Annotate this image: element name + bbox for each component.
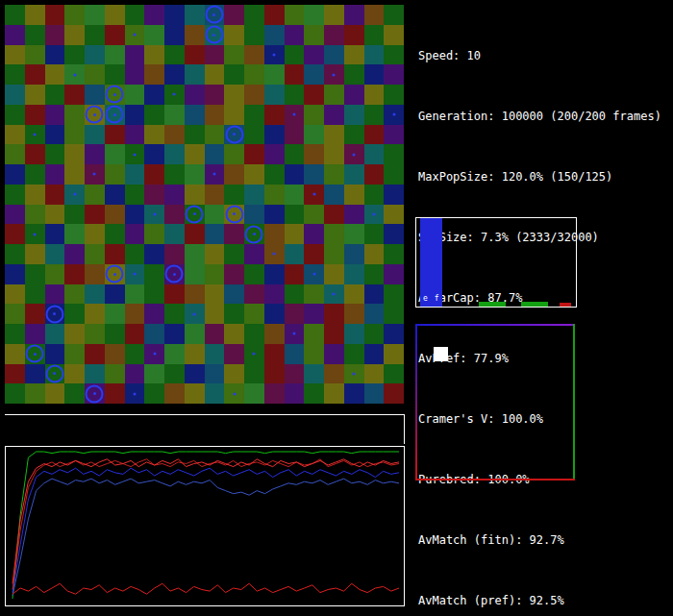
- grid-cell: [285, 324, 305, 344]
- organism-dot: [73, 73, 76, 76]
- organism-dot: [312, 273, 315, 276]
- grid-cell: [185, 164, 205, 185]
- grid-cell: [205, 364, 225, 384]
- grid-cell: [125, 383, 145, 404]
- grid-cell: [224, 383, 244, 404]
- grid-cell: [185, 244, 205, 264]
- grid-cell: [144, 205, 164, 225]
- grid-cell: [5, 264, 25, 284]
- grid-cell: [105, 244, 125, 264]
- organism-center-dot: [93, 392, 96, 395]
- grid-cell: [85, 105, 105, 125]
- organism-dot: [292, 333, 295, 335]
- grid-cell: [324, 5, 344, 25]
- world-grid[interactable]: [5, 5, 404, 404]
- grid-cell: [125, 344, 145, 364]
- series-line: [12, 459, 399, 590]
- grid-cell: [85, 264, 105, 284]
- series-line: [12, 583, 399, 594]
- grid-cell: [384, 244, 404, 264]
- grid-cell: [304, 25, 324, 45]
- grid-cell: [344, 205, 364, 225]
- grid-cell: [85, 125, 105, 145]
- grid-cell: [384, 25, 404, 45]
- grid-cell: [285, 25, 305, 45]
- grid-cell: [185, 185, 205, 205]
- grid-cell: [324, 284, 344, 305]
- grid-cell: [144, 144, 164, 164]
- stats-panel: Speed: 10 Generation: 100000 (200/200 fr…: [418, 6, 661, 616]
- grid-cell: [224, 284, 244, 305]
- grid-cell: [85, 205, 105, 225]
- grid-cell: [205, 85, 225, 105]
- grid-cell: [264, 264, 285, 284]
- grid-cell: [45, 244, 65, 264]
- grid-cell: [25, 144, 45, 164]
- grid-cell: [364, 284, 385, 305]
- species-histogram: e f: [415, 217, 577, 308]
- population-marker: [434, 347, 448, 361]
- grid-cell: [125, 185, 145, 205]
- organism-center-dot: [253, 233, 256, 235]
- grid-cell: [384, 164, 404, 185]
- grid-cell: [205, 5, 225, 25]
- grid-cell: [205, 224, 225, 244]
- grid-cell: [224, 244, 244, 264]
- grid-cell: [364, 25, 385, 45]
- grid-cell: [144, 284, 164, 305]
- organism-center-dot: [233, 212, 236, 215]
- grid-cell: [344, 364, 364, 384]
- grid-cell: [5, 224, 25, 244]
- organism-dot: [153, 353, 156, 356]
- grid-cell: [244, 5, 264, 25]
- grid-cell: [324, 185, 344, 205]
- grid-cell: [164, 105, 185, 125]
- grid-cell: [304, 5, 324, 25]
- histogram-bar-label: e f: [423, 294, 439, 303]
- grid-cell: [205, 205, 225, 225]
- grid-cell: [344, 64, 364, 85]
- grid-cell: [285, 284, 305, 305]
- grid-cell: [304, 164, 324, 185]
- grid-cell: [224, 85, 244, 105]
- grid-cell: [185, 64, 205, 85]
- grid-cell: [25, 45, 45, 65]
- grid-cell: [144, 324, 164, 344]
- grid-cell: [125, 244, 145, 264]
- grid-cell: [324, 264, 344, 284]
- grid-cell: [64, 144, 85, 164]
- stat-maxpopsize: MaxPopSize: 120.0% (150/125): [418, 167, 661, 187]
- grid-cell: [25, 105, 45, 125]
- organism-center-dot: [212, 13, 215, 16]
- grid-cell: [164, 64, 185, 85]
- grid-cell: [364, 105, 385, 125]
- grid-cell: [324, 224, 344, 244]
- grid-cell: [5, 364, 25, 384]
- grid-cell: [64, 25, 85, 45]
- grid-cell: [344, 85, 364, 105]
- grid-cell: [185, 324, 205, 344]
- grid-cell: [344, 264, 364, 284]
- grid-cell: [5, 344, 25, 364]
- grid-cell: [5, 304, 25, 324]
- grid-cell: [384, 85, 404, 105]
- map-edge-left: [415, 324, 417, 480]
- map-edge-bottom: [415, 479, 575, 480]
- grid-cell: [384, 185, 404, 205]
- grid-cell: [285, 344, 305, 364]
- grid-cell: [64, 185, 85, 205]
- grid-cell: [5, 164, 25, 185]
- grid-cell: [304, 45, 324, 65]
- grid-cell: [384, 364, 404, 384]
- grid-cell: [384, 383, 404, 404]
- frame-progress-line: [5, 414, 405, 415]
- grid-cell: [45, 383, 65, 404]
- organism-marker: [225, 125, 243, 143]
- grid-cell: [125, 205, 145, 225]
- grid-cell: [264, 164, 285, 185]
- grid-cell: [5, 5, 25, 25]
- grid-cell: [344, 5, 364, 25]
- frame-progress-tick[interactable]: [404, 414, 405, 444]
- grid-cell: [205, 164, 225, 185]
- organism-marker: [26, 345, 44, 363]
